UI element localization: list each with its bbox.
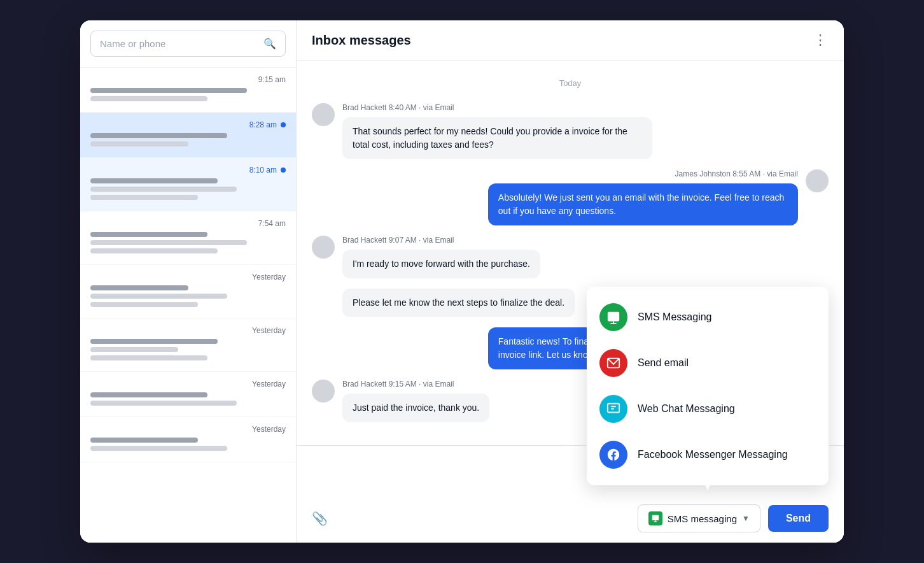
message-row-msg2: James Johnston 8:55 AM · via EmailAbsolu… [312, 169, 829, 225]
bubble-msg5: Just paid the invoice, thank you. [342, 394, 489, 422]
dropdown-icon-email [599, 349, 627, 377]
message-block-msg3b: Please let me know the next steps to fin… [342, 289, 575, 317]
conv-line-0-0 [90, 88, 247, 93]
dropdown-item-facebook[interactable]: Facebook Messenger Messaging [587, 432, 829, 478]
conv-line-3-1 [90, 240, 247, 245]
dropdown-icon-facebook [599, 441, 627, 469]
conv-line-6-1 [90, 401, 237, 406]
conversation-list: 9:15 am8:28 am8:10 am7:54 amYesterdayYes… [80, 68, 296, 543]
conv-line-2-0 [90, 178, 218, 183]
dropdown-icon-webchat [599, 395, 627, 423]
message-row-msg3a: Brad Hackett 9:07 AM · via EmailI'm read… [312, 236, 829, 278]
message-block-msg5: Brad Hackett 9:15 AM · via EmailJust pai… [342, 380, 489, 422]
conv-line-5-1 [90, 347, 178, 352]
channel-selector[interactable]: SMS messaging ▼ [638, 504, 760, 532]
sms-icon-small [648, 511, 662, 525]
search-bar: 🔍 [80, 20, 296, 68]
message-meta-msg1: Brad Hackett 8:40 AM · via Email [342, 103, 652, 112]
avatar-msg1 [312, 103, 335, 126]
conv-line-7-0 [90, 438, 198, 443]
conversation-item-7[interactable]: Yesterday [80, 417, 296, 462]
conv-time-0: 9:15 am [258, 75, 286, 84]
conv-line-5-0 [90, 339, 218, 344]
conv-line-6-0 [90, 392, 207, 397]
conv-line-1-0 [90, 133, 227, 138]
conversation-item-6[interactable]: Yesterday [80, 372, 296, 417]
compose-toolbar: 📎 SMS messaging ▼ Send [312, 504, 829, 532]
search-icon: 🔍 [263, 38, 276, 50]
conversation-item-2[interactable]: 8:10 am [80, 158, 296, 211]
conv-time-2: 8:10 am [249, 166, 277, 175]
app-container: 🔍 9:15 am8:28 am8:10 am7:54 amYesterdayY… [80, 20, 844, 543]
conversation-item-4[interactable]: Yesterday [80, 265, 296, 318]
chevron-down-icon: ▼ [742, 514, 750, 523]
sidebar: 🔍 9:15 am8:28 am8:10 am7:54 amYesterdayY… [80, 20, 297, 543]
dropdown-item-webchat[interactable]: Web Chat Messaging [587, 386, 829, 432]
message-block-msg2: James Johnston 8:55 AM · via EmailAbsolu… [488, 169, 798, 225]
bubble-msg3a: I'm ready to move forward with the purch… [342, 250, 540, 278]
conv-time-4: Yesterday [252, 273, 286, 282]
dropdown-label-facebook: Facebook Messenger Messaging [638, 449, 788, 460]
message-row-msg1: Brad Hackett 8:40 AM · via EmailThat sou… [312, 103, 829, 159]
conv-line-4-2 [90, 302, 198, 307]
conv-line-3-2 [90, 248, 218, 253]
dropdown-label-sms: SMS Messaging [638, 311, 712, 323]
conv-line-4-0 [90, 285, 188, 290]
conv-line-2-1 [90, 187, 237, 192]
avatar-msg3a [312, 236, 335, 259]
unread-dot-2 [281, 167, 286, 173]
svg-rect-3 [608, 312, 619, 322]
dropdown-icon-sms [599, 303, 627, 331]
dropdown-item-email[interactable]: Send email [587, 340, 829, 386]
conv-line-3-0 [90, 232, 207, 237]
dropdown-item-sms[interactable]: SMS Messaging [587, 294, 829, 340]
conv-line-7-1 [90, 446, 227, 451]
attach-icon[interactable]: 📎 [312, 511, 328, 526]
message-block-msg3a: Brad Hackett 9:07 AM · via EmailI'm read… [342, 236, 540, 278]
message-block-msg1: Brad Hackett 8:40 AM · via EmailThat sou… [342, 103, 652, 159]
svg-rect-7 [608, 404, 619, 413]
message-meta-msg5: Brad Hackett 9:15 AM · via Email [342, 380, 489, 388]
conv-line-0-1 [90, 96, 207, 101]
conv-time-1: 8:28 am [249, 120, 277, 129]
channel-label: SMS messaging [668, 513, 737, 524]
conv-time-7: Yesterday [252, 425, 286, 434]
date-divider: Today [312, 78, 829, 88]
avatar-msg2 [806, 169, 829, 192]
conversation-item-3[interactable]: 7:54 am [80, 211, 296, 265]
channel-dropdown: SMS MessagingSend emailWeb Chat Messagin… [587, 287, 829, 485]
conv-line-5-2 [90, 355, 207, 360]
conv-line-4-1 [90, 294, 227, 299]
conv-time-3: 7:54 am [258, 219, 286, 228]
chat-title: Inbox messages [312, 33, 411, 48]
conversation-item-0[interactable]: 9:15 am [80, 68, 296, 113]
search-input-wrap[interactable]: 🔍 [90, 31, 286, 57]
compose-right: SMS messaging ▼ Send [638, 504, 829, 532]
dropdown-label-email: Send email [638, 357, 689, 369]
conv-time-6: Yesterday [252, 380, 286, 388]
dropdown-label-webchat: Web Chat Messaging [638, 403, 735, 415]
bubble-msg3b: Please let me know the next steps to fin… [342, 289, 575, 317]
send-button[interactable]: Send [768, 505, 829, 532]
message-meta-msg3a: Brad Hackett 9:07 AM · via Email [342, 236, 540, 245]
main-chat: Inbox messages ⋮ TodayBrad Hackett 8:40 … [297, 20, 844, 543]
search-input[interactable] [100, 38, 263, 49]
svg-rect-0 [652, 515, 659, 520]
bubble-msg2: Absolutely! We just sent you an email wi… [488, 183, 798, 225]
conv-time-5: Yesterday [252, 326, 286, 335]
unread-dot-1 [281, 122, 286, 127]
conversation-item-5[interactable]: Yesterday [80, 318, 296, 372]
conversation-item-1[interactable]: 8:28 am [80, 113, 296, 158]
avatar-msg5 [312, 380, 335, 403]
conv-line-2-2 [90, 195, 198, 200]
message-meta-msg2: James Johnston 8:55 AM · via Email [488, 169, 798, 178]
bubble-msg1: That sounds perfect for my needs! Could … [342, 117, 652, 159]
more-options-icon[interactable]: ⋮ [813, 32, 829, 48]
conv-line-1-1 [90, 141, 188, 146]
chat-header: Inbox messages ⋮ [297, 20, 844, 61]
